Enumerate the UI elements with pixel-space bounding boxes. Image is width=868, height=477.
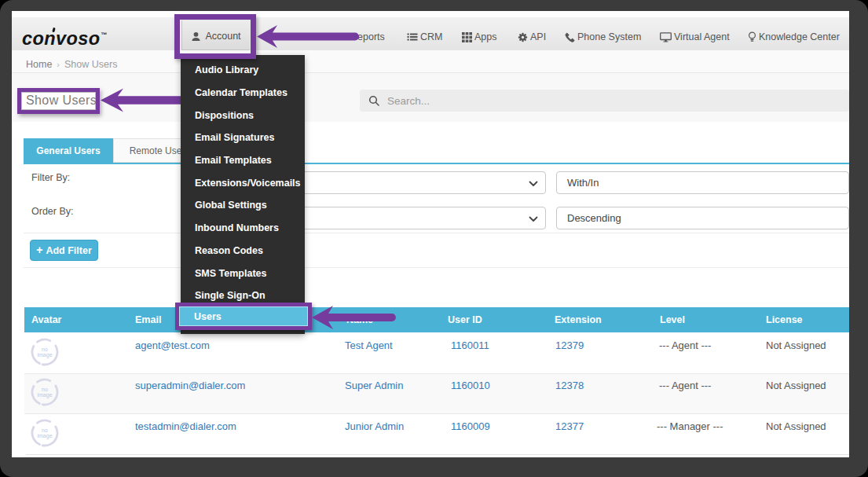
svg-text:image: image	[37, 433, 52, 439]
svg-text:no: no	[42, 427, 48, 433]
svg-text:image: image	[37, 392, 52, 398]
svg-text:no: no	[42, 347, 48, 352]
svg-text:image: image	[37, 352, 52, 358]
svg-text:no: no	[42, 387, 48, 392]
